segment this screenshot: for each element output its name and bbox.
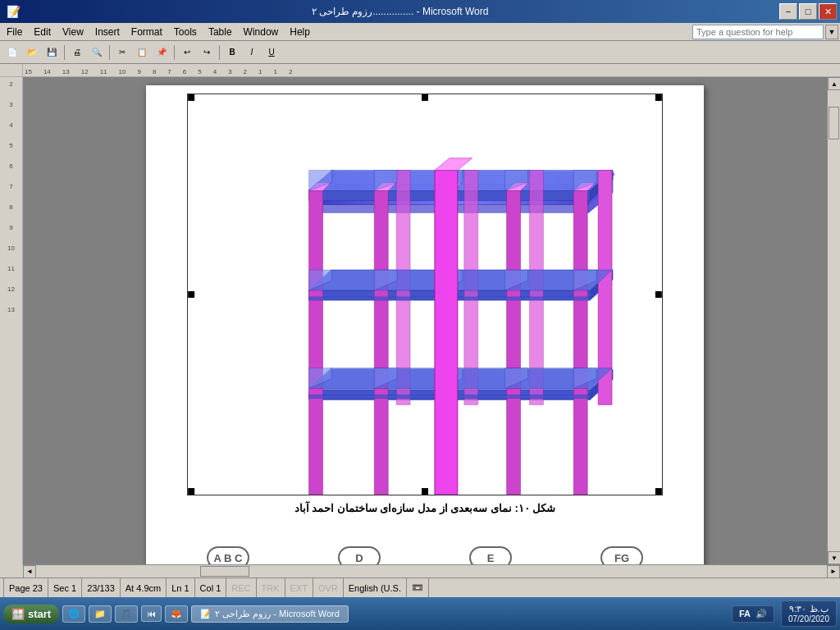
- new-button[interactable]: 📄: [3, 43, 21, 62]
- word-icon: 📝: [200, 609, 212, 619]
- taskbar-back[interactable]: ⏮: [141, 605, 162, 622]
- status-ln: Ln 1: [167, 578, 194, 597]
- scroll-thumb[interactable]: [829, 107, 839, 139]
- save-button[interactable]: 💾: [43, 43, 61, 62]
- menu-file[interactable]: File: [2, 25, 27, 39]
- help-search-input[interactable]: [692, 25, 824, 39]
- menubar: File Edit View Insert Format Tools Table…: [0, 23, 840, 41]
- minimize-button[interactable]: −: [779, 3, 797, 20]
- menu-edit[interactable]: Edit: [29, 25, 56, 39]
- circle-btn-d[interactable]: D: [338, 546, 381, 564]
- structural-model-image: [187, 94, 663, 495]
- scroll-up-button[interactable]: ▲: [828, 77, 840, 90]
- speaker-icon: 🔊: [756, 609, 767, 619]
- status-record-icon: 📼: [407, 578, 429, 597]
- taskbar-folder[interactable]: 📁: [89, 605, 112, 623]
- clock-time: ۹:۳۰ ب.ظ: [788, 604, 829, 614]
- image-caption: شکل ۱۰: نمای سه‌بعدی از مدل سازه‌ای ساخت…: [294, 502, 556, 514]
- menu-format[interactable]: Format: [126, 25, 167, 39]
- ruler-ticks: 15 14 13 12 11 10 9 8 7 6 5 4 3 2 1 1 2: [23, 64, 304, 76]
- bottom-navigation: A B C D E FG: [146, 546, 704, 564]
- menu-window[interactable]: Window: [239, 25, 284, 39]
- menu-insert[interactable]: Insert: [90, 25, 125, 39]
- titlebar-icon: 📝: [7, 5, 21, 18]
- window-controls: − □ ✕: [779, 3, 837, 20]
- hscroll-thumb[interactable]: [200, 566, 249, 577]
- clock-date: 07/20/2020: [788, 614, 829, 623]
- scroll-right-button[interactable]: ►: [827, 565, 840, 578]
- system-tray: FA 🔊: [732, 605, 774, 623]
- svg-rect-59: [188, 291, 194, 298]
- taskbar-word-item[interactable]: 📝 رزوم طراحی ۲ - Microsoft Word: [191, 605, 349, 623]
- scroll-down-button[interactable]: ▼: [828, 551, 840, 564]
- cut-button[interactable]: ✂: [113, 43, 131, 62]
- circle-btn-e[interactable]: E: [469, 546, 512, 564]
- underline-button[interactable]: U: [262, 43, 281, 62]
- menu-tools[interactable]: Tools: [169, 25, 202, 39]
- status-page: Page 23: [3, 578, 48, 597]
- window-title: رزوم طراحی ۲............... - Microsoft …: [21, 6, 779, 17]
- status-rec: REC: [226, 578, 256, 597]
- status-ext: EXT: [285, 578, 313, 597]
- ruler-scrollbar-corner: [827, 64, 840, 77]
- toolbar-separator-2: [109, 45, 110, 60]
- status-ovr: OVR: [313, 578, 344, 597]
- maximize-button[interactable]: □: [799, 3, 817, 20]
- scroll-track[interactable]: [828, 90, 840, 551]
- vertical-scrollbar[interactable]: ▲ ▼: [827, 77, 840, 564]
- help-search-area: ▼: [692, 25, 838, 39]
- toolbar-separator-3: [174, 45, 175, 60]
- clock: ۹:۳۰ ب.ظ 07/20/2020: [781, 600, 837, 627]
- print-button[interactable]: 🖨: [68, 43, 86, 62]
- taskbar-right: FA 🔊 ۹:۳۰ ب.ظ 07/20/2020: [732, 600, 837, 627]
- taskbar-ie[interactable]: 🌐: [62, 605, 85, 623]
- svg-rect-57: [422, 94, 428, 101]
- svg-rect-58: [655, 94, 662, 101]
- help-dropdown-button[interactable]: ▼: [825, 25, 838, 39]
- status-sec: Sec 1: [48, 578, 82, 597]
- vertical-ruler: 2 3 4 5 6 7 8 9 10 11 12 13: [0, 77, 23, 564]
- svg-rect-60: [655, 291, 662, 298]
- status-lang: English (U.S.: [344, 578, 407, 597]
- print-preview-button[interactable]: 🔍: [88, 43, 106, 62]
- svg-marker-21: [309, 191, 323, 495]
- svg-rect-61: [188, 488, 194, 495]
- italic-button[interactable]: I: [243, 43, 261, 62]
- hscroll-track[interactable]: [36, 565, 827, 578]
- svg-rect-56: [188, 94, 194, 101]
- ruler-corner: [0, 64, 23, 77]
- bold-button[interactable]: B: [223, 43, 241, 62]
- structure-svg: [188, 94, 662, 495]
- svg-rect-62: [422, 488, 428, 495]
- toolbar: 📄 📂 💾 🖨 🔍 ✂ 📋 📌 ↩ ↪ B I U: [0, 41, 840, 64]
- word-task-label: رزوم طراحی ۲ - Microsoft Word: [215, 609, 340, 619]
- scroll-left-button[interactable]: ◄: [23, 565, 36, 578]
- titlebar: 📝 رزوم طراحی ۲............... - Microsof…: [0, 0, 840, 23]
- toolbar-separator-4: [219, 45, 220, 60]
- close-button[interactable]: ✕: [819, 3, 837, 20]
- paste-button[interactable]: 📌: [153, 43, 171, 62]
- circle-btn-fg[interactable]: FG: [600, 546, 643, 564]
- svg-marker-29: [573, 191, 587, 495]
- start-icon: 🪟: [11, 608, 25, 620]
- taskbar-media[interactable]: 🎵: [115, 605, 138, 623]
- circle-btn-abc[interactable]: A B C: [207, 546, 249, 564]
- svg-marker-27: [507, 191, 521, 495]
- menu-help[interactable]: Help: [285, 25, 315, 39]
- redo-button[interactable]: ↪: [198, 43, 216, 62]
- status-at: At 4.9cm: [121, 578, 167, 597]
- toolbar-separator-1: [64, 45, 65, 60]
- taskbar-firefox[interactable]: 🦊: [165, 605, 188, 623]
- menu-table[interactable]: Table: [203, 25, 237, 39]
- start-button[interactable]: 🪟 start: [3, 605, 59, 623]
- open-button[interactable]: 📂: [23, 43, 41, 62]
- page: شکل ۱۰: نمای سه‌بعدی از مدل سازه‌ای ساخت…: [146, 85, 704, 564]
- copy-button[interactable]: 📋: [133, 43, 151, 62]
- horizontal-scrollbar[interactable]: ◄ ►: [23, 564, 840, 578]
- svg-marker-23: [374, 191, 388, 495]
- document-area: شکل ۱۰: نمای سه‌بعدی از مدل سازه‌ای ساخت…: [23, 77, 827, 564]
- start-label: start: [28, 608, 51, 620]
- undo-button[interactable]: ↩: [178, 43, 196, 62]
- svg-rect-63: [655, 488, 662, 495]
- menu-view[interactable]: View: [57, 25, 89, 39]
